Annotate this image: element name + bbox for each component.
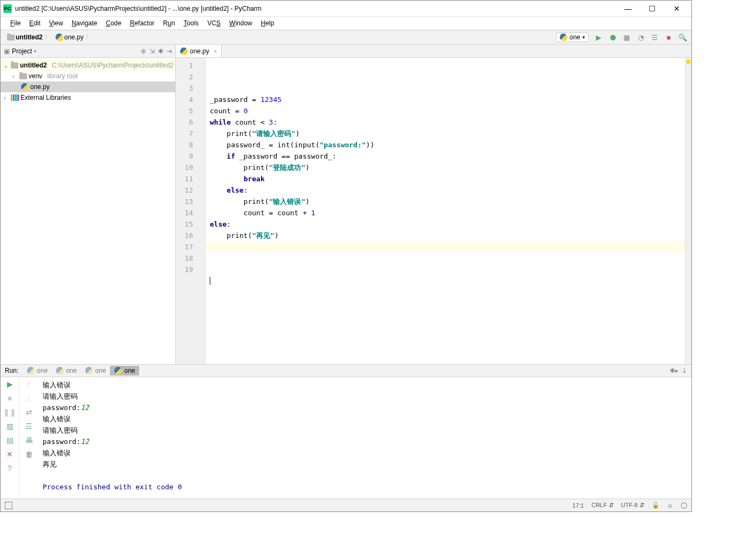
wrap-button[interactable]: ⇄ [24, 407, 34, 417]
python-icon [27, 367, 35, 374]
menu-vcs[interactable]: VCS [203, 19, 225, 27]
main-area: ▣ Project ▾ ⊕ ⇲ ✱ ⇥ ⌄ untitled2 C:\Users… [1, 45, 691, 364]
print-button[interactable]: 🖶 [24, 435, 34, 445]
run-config-label: one [569, 33, 580, 41]
menu-window[interactable]: Window [225, 19, 257, 27]
toolbar-right: one ▾ ▶ ⬢ ▦ ◔ ☰ ■ 🔍 [556, 32, 687, 42]
debug-button[interactable]: ⬢ [608, 33, 617, 42]
window-buttons: — ☐ ✕ [616, 1, 689, 16]
dropdown-icon[interactable]: ▾ [34, 49, 37, 54]
settings-icon[interactable]: ✱ [158, 47, 163, 55]
navigation-bar: untitled2 〉 one.py 〉 one ▾ ▶ ⬢ ▦ ◔ ☰ ■ 🔍 [1, 30, 691, 45]
tree-root[interactable]: ⌄ untitled2 C:\Users\ASUS\PycharmProject… [1, 60, 175, 71]
run-tab[interactable]: one [23, 366, 52, 375]
warning-marker[interactable] [687, 60, 690, 64]
folder-icon [19, 73, 27, 79]
help-button[interactable]: ? [5, 463, 15, 473]
run-hide-icon[interactable]: ⤓ [682, 367, 687, 374]
line-separator[interactable]: CRLF ⇵ [592, 502, 614, 509]
run-tab-active[interactable]: one [110, 366, 139, 375]
menu-refactor[interactable]: Refactor [126, 19, 159, 27]
breadcrumb-root[interactable]: untitled2 〉 [5, 33, 53, 41]
menu-help[interactable]: Help [257, 19, 279, 27]
breadcrumb-file[interactable]: one.py 〉 [53, 33, 94, 41]
notifications-icon[interactable]: ◯ [681, 502, 687, 509]
scroll-button[interactable]: ☲ [24, 421, 34, 431]
maximize-button[interactable]: ☐ [640, 1, 664, 16]
concurrency-button[interactable]: ☰ [650, 33, 659, 42]
search-button[interactable]: 🔍 [678, 33, 687, 42]
close-tab-icon[interactable]: × [214, 48, 217, 54]
inspector-icon[interactable]: ☺ [667, 502, 673, 509]
run-tab[interactable]: one [52, 366, 81, 375]
tree-root-label: untitled2 [20, 62, 47, 69]
lock-icon[interactable]: 🔓 [652, 502, 660, 509]
encoding[interactable]: UTF-8 ⇵ [621, 502, 644, 509]
run-panel: ▶ ■ ❚❚ ▥ ▤ ✕ ? ↑ ↓ ⇄ ☲ 🖶 🗑 输入错误 请输入密码 pa… [1, 377, 691, 498]
down-button[interactable]: ↓ [24, 393, 34, 403]
tree-venv-note: library root [47, 72, 78, 80]
tree-venv-label: venv [29, 72, 42, 80]
menu-code[interactable]: Code [101, 19, 126, 27]
expand-icon[interactable]: ⌄ [4, 63, 9, 69]
python-icon [56, 367, 64, 374]
menu-run[interactable]: Run [159, 19, 179, 27]
status-icon[interactable] [5, 502, 12, 509]
menu-edit[interactable]: Edit [25, 19, 45, 27]
window-title: untitled2 [C:\Users\ASUS\PycharmProjects… [15, 5, 616, 12]
stop-button[interactable]: ■ [664, 33, 673, 42]
chevron-icon: 〉 [86, 33, 91, 41]
tree-ext-libs[interactable]: › External Libraries [1, 92, 175, 103]
clear-button[interactable]: 🗑 [24, 449, 34, 459]
menu-view[interactable]: View [45, 19, 67, 27]
python-icon [560, 33, 567, 41]
menu-tools[interactable]: Tools [179, 19, 203, 27]
pycharm-icon: PC [3, 4, 12, 13]
error-stripe[interactable] [685, 58, 691, 364]
pin-button[interactable]: ▤ [5, 435, 15, 445]
menu-navigate[interactable]: Navigate [67, 19, 101, 27]
gutter: 12345678910111213141516171819 [176, 58, 205, 364]
project-panel: ▣ Project ▾ ⊕ ⇲ ✱ ⇥ ⌄ untitled2 C:\Users… [1, 45, 176, 364]
tree-file-label: one.py [30, 83, 50, 91]
close-button[interactable]: ✕ [664, 1, 689, 16]
menu-file[interactable]: File [6, 19, 25, 27]
layout-button[interactable]: ▥ [5, 421, 15, 431]
expand-icon[interactable]: › [12, 73, 18, 79]
run-config-select[interactable]: one ▾ [556, 32, 589, 42]
run-button[interactable]: ▶ [594, 33, 603, 42]
libraries-icon [11, 94, 19, 101]
pause-button[interactable]: ❚❚ [5, 407, 15, 417]
tree-file[interactable]: one.py [1, 81, 175, 92]
stop-run-button[interactable]: ■ [5, 393, 15, 403]
editor-tab[interactable]: one.py × [176, 45, 222, 57]
run-settings-icon[interactable]: ✱▸ [670, 367, 678, 374]
run-tab[interactable]: one [81, 366, 110, 375]
collapse-icon[interactable]: ⇲ [149, 47, 155, 55]
editor-tabs: one.py × [176, 45, 691, 58]
expand-icon[interactable]: › [4, 95, 9, 101]
code-area[interactable]: 12345678910111213141516171819 _password … [176, 58, 691, 364]
editor-tab-label: one.py [190, 47, 209, 55]
locate-icon[interactable]: ⊕ [141, 47, 146, 55]
chevron-icon: 〉 [45, 33, 50, 41]
dropdown-icon: ▾ [582, 35, 585, 40]
run-toolbar: ▶ ■ ❚❚ ▥ ▤ ✕ ? ↑ ↓ ⇄ ☲ 🖶 🗑 [1, 377, 38, 498]
close-run-button[interactable]: ✕ [5, 449, 15, 459]
breadcrumb-file-label: one.py [64, 33, 84, 41]
console-output[interactable]: 输入错误 请输入密码 password:12 输入错误 请输入密码 passwo… [38, 377, 691, 498]
code-content[interactable]: _password = 12345 count = 0 while count … [205, 58, 685, 364]
rerun-button[interactable]: ▶ [5, 379, 15, 389]
project-tree: ⌄ untitled2 C:\Users\ASUS\PycharmProject… [1, 58, 175, 105]
tree-venv[interactable]: › venv library root [1, 71, 175, 81]
folder-icon [11, 63, 18, 69]
titlebar: PC untitled2 [C:\Users\ASUS\PycharmProje… [1, 1, 691, 17]
python-icon [56, 33, 63, 41]
caret-position[interactable]: 17:1 [572, 502, 584, 509]
python-icon [114, 367, 122, 374]
hide-icon[interactable]: ⇥ [167, 47, 172, 55]
profile-button[interactable]: ◔ [636, 33, 645, 42]
minimize-button[interactable]: — [616, 1, 640, 16]
up-button[interactable]: ↑ [24, 379, 34, 389]
coverage-button[interactable]: ▦ [622, 33, 631, 42]
